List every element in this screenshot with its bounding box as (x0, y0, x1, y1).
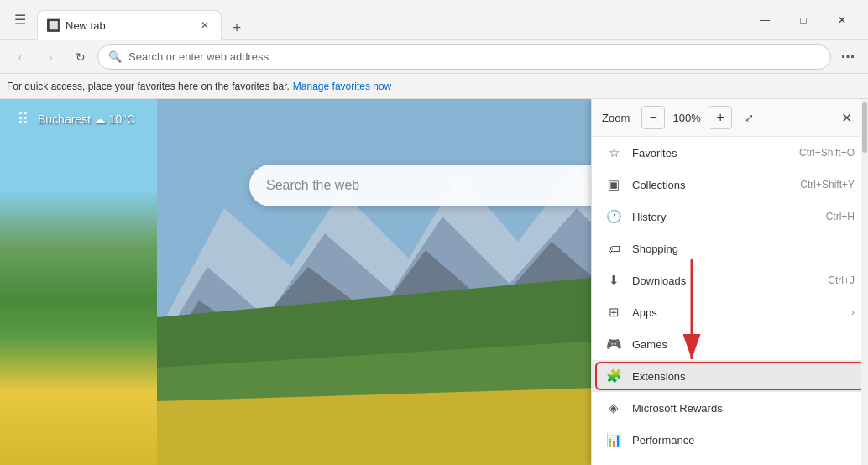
zoom-section: Zoom − 100% + ⤢ (602, 106, 761, 129)
zoom-plus-button[interactable]: + (709, 106, 732, 129)
new-tab-button[interactable]: + (225, 17, 248, 40)
performance-icon: 📊 (605, 431, 622, 448)
tab-title: New tab (65, 19, 192, 32)
menu-item-games[interactable]: 🎮 Games (592, 328, 868, 360)
fav-bar-text: For quick access, place your favorites h… (7, 81, 290, 92)
zoom-value: 100% (670, 112, 703, 124)
tab-list: 🔲 New tab ✕ + (37, 0, 745, 40)
tab-favicon: 🔲 (46, 18, 60, 32)
games-icon: 🎮 (605, 336, 622, 353)
menu-close-button[interactable]: ✕ (834, 106, 858, 129)
favorites-icon: ☆ (605, 144, 622, 161)
menu-item-shopping[interactable]: 🏷 Shopping (592, 232, 868, 264)
address-bar[interactable]: 🔍 Search or enter web address (97, 44, 831, 70)
minimize-button[interactable]: — (745, 7, 784, 34)
search-icon: 🔍 (108, 50, 122, 63)
shopping-icon: 🏷 (605, 240, 622, 257)
menu-item-apps[interactable]: ⊞ Apps › (592, 296, 868, 328)
extensions-label: Extensions (632, 370, 855, 383)
main-content: ⠿ Bucharest ☁ 10°C Search the web Zoom −… (0, 99, 868, 465)
menu-item-history[interactable]: 🕐 History Ctrl+H (592, 201, 868, 232)
back-button[interactable]: ‹ (7, 44, 34, 71)
history-label: History (632, 211, 819, 223)
collections-icon: ▣ (605, 176, 622, 193)
apps-arrow: › (851, 306, 855, 318)
forward-button[interactable]: › (37, 44, 64, 71)
menu-item-favorites[interactable]: ☆ Favorites Ctrl+Shift+O (592, 137, 868, 169)
games-label: Games (632, 338, 855, 351)
manage-favorites-link[interactable]: Manage favorites now (293, 81, 391, 92)
collections-shortcut: Ctrl+Shift+Y (800, 179, 855, 191)
grid-icon[interactable]: ⠿ (17, 109, 29, 129)
search-box-container: Search the web (249, 165, 619, 206)
downloads-label: Downloads (632, 274, 821, 287)
context-menu: Zoom − 100% + ⤢ ✕ ☆ Favorites Ctrl+Shift… (591, 99, 868, 465)
downloads-icon: ⬇ (605, 272, 622, 289)
zoom-expand-button[interactable]: ⤢ (737, 106, 761, 129)
window-controls: — □ ✕ (745, 7, 861, 34)
menu-item-collections[interactable]: ▣ Collections Ctrl+Shift+Y (592, 169, 868, 201)
favorites-label: Favorites (632, 147, 792, 159)
title-bar: ☰ 🔲 New tab ✕ + — □ ✕ (0, 0, 868, 40)
history-icon: 🕐 (605, 208, 622, 225)
zoom-minus-button[interactable]: − (641, 106, 665, 129)
favorites-shortcut: Ctrl+Shift+O (799, 147, 855, 159)
shopping-label: Shopping (632, 243, 848, 255)
menu-scrollbar-thumb (862, 102, 867, 153)
address-text: Search or enter web address (128, 50, 820, 63)
menu-scrollbar[interactable] (861, 99, 868, 465)
downloads-shortcut: Ctrl+J (828, 274, 855, 286)
weather-text: Bucharest ☁ 10°C (38, 112, 135, 126)
close-button[interactable]: ✕ (823, 7, 861, 34)
menu-item-performance[interactable]: 📊 Performance (592, 424, 868, 456)
menu-header: Zoom − 100% + ⤢ ✕ (592, 99, 868, 137)
more-button[interactable]: ··· (834, 44, 861, 71)
menu-item-extensions[interactable]: 🧩 Extensions (592, 360, 868, 392)
favorites-bar: For quick access, place your favorites h… (0, 74, 868, 99)
extensions-icon: 🧩 (605, 368, 622, 384)
performance-label: Performance (632, 434, 855, 447)
maximize-button[interactable]: □ (784, 7, 823, 34)
apps-label: Apps (632, 306, 851, 319)
collections-label: Collections (632, 179, 793, 191)
search-placeholder: Search the web (266, 178, 359, 193)
nav-bar: ‹ › ↻ 🔍 Search or enter web address ··· (0, 40, 868, 74)
rewards-label: Microsoft Rewards (632, 402, 855, 415)
rewards-icon: ◈ (605, 400, 622, 416)
tab-close-button[interactable]: ✕ (197, 18, 212, 33)
refresh-button[interactable]: ↻ (67, 44, 94, 71)
menu-item-microsoft-rewards[interactable]: ◈ Microsoft Rewards (592, 392, 868, 424)
tab-new[interactable]: 🔲 New tab ✕ (37, 10, 222, 40)
history-shortcut: Ctrl+H (826, 211, 855, 222)
search-box[interactable]: Search the web (249, 165, 619, 206)
menu-item-downloads[interactable]: ⬇ Downloads Ctrl+J (592, 264, 868, 296)
sidebar-toggle[interactable]: ☰ (7, 7, 34, 34)
zoom-label: Zoom (602, 112, 630, 124)
menu-item-alerts-tips[interactable]: 🔔 Alerts and tips (592, 456, 868, 465)
apps-icon: ⊞ (605, 304, 622, 321)
